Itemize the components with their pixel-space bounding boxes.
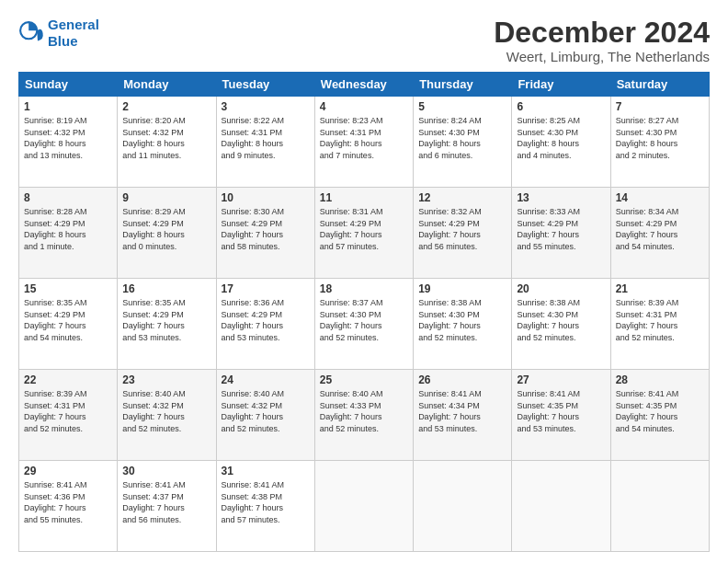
day-info: Sunrise: 8:38 AM Sunset: 4:30 PM Dayligh…	[517, 297, 605, 343]
day-number: 1	[24, 100, 112, 113]
calendar-cell: 18Sunrise: 8:37 AM Sunset: 4:30 PM Dayli…	[314, 279, 413, 370]
day-info: Sunrise: 8:27 AM Sunset: 4:30 PM Dayligh…	[616, 115, 704, 161]
calendar-cell: 1Sunrise: 8:19 AM Sunset: 4:32 PM Daylig…	[19, 97, 118, 188]
day-info: Sunrise: 8:33 AM Sunset: 4:29 PM Dayligh…	[517, 206, 605, 252]
day-info: Sunrise: 8:24 AM Sunset: 4:30 PM Dayligh…	[418, 115, 506, 161]
day-info: Sunrise: 8:35 AM Sunset: 4:29 PM Dayligh…	[122, 297, 210, 343]
logo-line2: Blue	[48, 33, 78, 49]
calendar-week-5: 29Sunrise: 8:41 AM Sunset: 4:36 PM Dayli…	[19, 461, 710, 552]
calendar-cell: 30Sunrise: 8:41 AM Sunset: 4:37 PM Dayli…	[118, 461, 216, 552]
calendar-cell: 21Sunrise: 8:39 AM Sunset: 4:31 PM Dayli…	[610, 279, 709, 370]
main-title: December 2024	[494, 17, 710, 49]
col-wednesday: Wednesday	[314, 73, 413, 97]
col-thursday: Thursday	[414, 73, 512, 97]
calendar-cell: 6Sunrise: 8:25 AM Sunset: 4:30 PM Daylig…	[512, 97, 610, 188]
day-number: 13	[517, 191, 605, 204]
day-number: 31	[222, 465, 310, 477]
calendar-cell: 3Sunrise: 8:22 AM Sunset: 4:31 PM Daylig…	[216, 97, 314, 188]
col-monday: Monday	[118, 73, 216, 97]
page: General Blue December 2024 Weert, Limbur…	[0, 0, 728, 563]
calendar-cell: 23Sunrise: 8:40 AM Sunset: 4:32 PM Dayli…	[118, 370, 216, 461]
day-info: Sunrise: 8:38 AM Sunset: 4:30 PM Dayligh…	[418, 297, 506, 343]
day-number: 12	[418, 191, 506, 204]
calendar-week-4: 22Sunrise: 8:39 AM Sunset: 4:31 PM Dayli…	[19, 370, 710, 461]
day-number: 14	[616, 191, 704, 204]
day-number: 17	[222, 282, 310, 295]
day-number: 15	[24, 282, 112, 295]
day-number: 18	[320, 282, 408, 295]
calendar-week-3: 15Sunrise: 8:35 AM Sunset: 4:29 PM Dayli…	[19, 279, 710, 370]
day-info: Sunrise: 8:30 AM Sunset: 4:29 PM Dayligh…	[222, 206, 310, 252]
logo-text: General Blue	[48, 17, 99, 50]
calendar-cell: 17Sunrise: 8:36 AM Sunset: 4:29 PM Dayli…	[216, 279, 314, 370]
day-number: 23	[122, 373, 210, 386]
calendar-cell: 5Sunrise: 8:24 AM Sunset: 4:30 PM Daylig…	[414, 97, 512, 188]
calendar-cell: 11Sunrise: 8:31 AM Sunset: 4:29 PM Dayli…	[314, 188, 413, 279]
calendar-cell	[414, 461, 512, 552]
calendar-cell: 9Sunrise: 8:29 AM Sunset: 4:29 PM Daylig…	[118, 188, 216, 279]
day-number: 19	[418, 282, 506, 295]
calendar-cell: 4Sunrise: 8:23 AM Sunset: 4:31 PM Daylig…	[314, 97, 413, 188]
day-info: Sunrise: 8:39 AM Sunset: 4:31 PM Dayligh…	[616, 297, 704, 343]
calendar-cell: 12Sunrise: 8:32 AM Sunset: 4:29 PM Dayli…	[414, 188, 512, 279]
day-info: Sunrise: 8:35 AM Sunset: 4:29 PM Dayligh…	[24, 297, 112, 343]
calendar-cell: 31Sunrise: 8:41 AM Sunset: 4:38 PM Dayli…	[216, 461, 314, 552]
calendar-cell: 14Sunrise: 8:34 AM Sunset: 4:29 PM Dayli…	[610, 188, 709, 279]
calendar-cell: 24Sunrise: 8:40 AM Sunset: 4:32 PM Dayli…	[216, 370, 314, 461]
day-info: Sunrise: 8:40 AM Sunset: 4:32 PM Dayligh…	[122, 388, 210, 434]
day-info: Sunrise: 8:41 AM Sunset: 4:34 PM Dayligh…	[418, 388, 506, 434]
day-number: 7	[616, 100, 704, 113]
day-info: Sunrise: 8:20 AM Sunset: 4:32 PM Dayligh…	[122, 115, 210, 161]
calendar-cell: 13Sunrise: 8:33 AM Sunset: 4:29 PM Dayli…	[512, 188, 610, 279]
calendar-cell: 25Sunrise: 8:40 AM Sunset: 4:33 PM Dayli…	[314, 370, 413, 461]
day-info: Sunrise: 8:37 AM Sunset: 4:30 PM Dayligh…	[320, 297, 408, 343]
calendar-cell: 8Sunrise: 8:28 AM Sunset: 4:29 PM Daylig…	[19, 188, 118, 279]
day-number: 22	[24, 373, 112, 386]
calendar-cell: 26Sunrise: 8:41 AM Sunset: 4:34 PM Dayli…	[414, 370, 512, 461]
col-friday: Friday	[512, 73, 610, 97]
calendar-cell: 2Sunrise: 8:20 AM Sunset: 4:32 PM Daylig…	[118, 97, 216, 188]
day-number: 30	[122, 465, 210, 477]
calendar-cell: 28Sunrise: 8:41 AM Sunset: 4:35 PM Dayli…	[610, 370, 709, 461]
calendar-cell: 10Sunrise: 8:30 AM Sunset: 4:29 PM Dayli…	[216, 188, 314, 279]
header: General Blue December 2024 Weert, Limbur…	[18, 17, 710, 64]
day-info: Sunrise: 8:19 AM Sunset: 4:32 PM Dayligh…	[24, 115, 112, 161]
day-info: Sunrise: 8:25 AM Sunset: 4:30 PM Dayligh…	[517, 115, 605, 161]
day-info: Sunrise: 8:31 AM Sunset: 4:29 PM Dayligh…	[320, 206, 408, 252]
day-info: Sunrise: 8:29 AM Sunset: 4:29 PM Dayligh…	[122, 206, 210, 252]
day-number: 20	[517, 282, 605, 295]
calendar-cell: 15Sunrise: 8:35 AM Sunset: 4:29 PM Dayli…	[19, 279, 118, 370]
day-number: 26	[418, 373, 506, 386]
subtitle: Weert, Limburg, The Netherlands	[494, 49, 710, 64]
day-number: 4	[320, 100, 408, 113]
calendar-cell: 22Sunrise: 8:39 AM Sunset: 4:31 PM Dayli…	[19, 370, 118, 461]
col-saturday: Saturday	[610, 73, 709, 97]
day-info: Sunrise: 8:41 AM Sunset: 4:36 PM Dayligh…	[24, 479, 112, 525]
day-number: 25	[320, 373, 408, 386]
day-info: Sunrise: 8:41 AM Sunset: 4:35 PM Dayligh…	[616, 388, 704, 434]
calendar-cell: 16Sunrise: 8:35 AM Sunset: 4:29 PM Dayli…	[118, 279, 216, 370]
day-info: Sunrise: 8:40 AM Sunset: 4:33 PM Dayligh…	[320, 388, 408, 434]
day-number: 21	[616, 282, 704, 295]
calendar-table: Sunday Monday Tuesday Wednesday Thursday…	[18, 72, 710, 552]
day-info: Sunrise: 8:40 AM Sunset: 4:32 PM Dayligh…	[222, 388, 310, 434]
day-info: Sunrise: 8:28 AM Sunset: 4:29 PM Dayligh…	[24, 206, 112, 252]
day-number: 27	[517, 373, 605, 386]
col-tuesday: Tuesday	[216, 73, 314, 97]
calendar-cell	[314, 461, 413, 552]
calendar-cell: 29Sunrise: 8:41 AM Sunset: 4:36 PM Dayli…	[19, 461, 118, 552]
logo-line1: General	[48, 17, 99, 32]
logo: General Blue	[18, 17, 99, 50]
day-info: Sunrise: 8:22 AM Sunset: 4:31 PM Dayligh…	[222, 115, 310, 161]
day-info: Sunrise: 8:41 AM Sunset: 4:38 PM Dayligh…	[222, 479, 310, 525]
day-info: Sunrise: 8:32 AM Sunset: 4:29 PM Dayligh…	[418, 206, 506, 252]
calendar-header-row: Sunday Monday Tuesday Wednesday Thursday…	[19, 73, 710, 97]
day-info: Sunrise: 8:39 AM Sunset: 4:31 PM Dayligh…	[24, 388, 112, 434]
day-number: 29	[24, 465, 112, 477]
day-info: Sunrise: 8:23 AM Sunset: 4:31 PM Dayligh…	[320, 115, 408, 161]
col-sunday: Sunday	[19, 73, 118, 97]
calendar-cell	[610, 461, 709, 552]
day-number: 28	[616, 373, 704, 386]
calendar-cell: 19Sunrise: 8:38 AM Sunset: 4:30 PM Dayli…	[414, 279, 512, 370]
day-number: 11	[320, 191, 408, 204]
